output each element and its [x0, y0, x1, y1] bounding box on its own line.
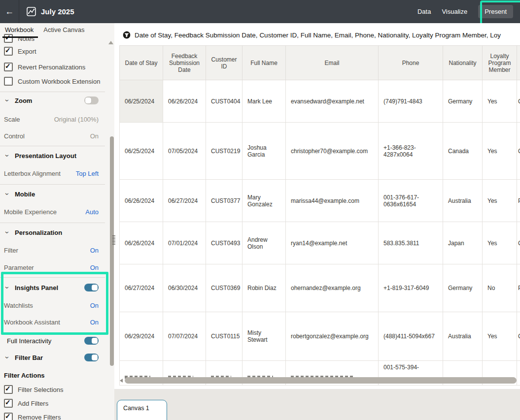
- custom-workbook-extension-checkbox[interactable]: [4, 77, 13, 86]
- notes-checkbox[interactable]: [4, 34, 13, 43]
- letterbox-alignment-value[interactable]: Top Left: [76, 170, 99, 177]
- tab-workbook[interactable]: Workbook: [5, 26, 34, 33]
- table-cell[interactable]: Canada: [443, 123, 483, 180]
- table-cell[interactable]: CUST0404: [206, 80, 243, 123]
- back-button[interactable]: ←: [0, 0, 19, 23]
- zoom-toggle[interactable]: [84, 97, 99, 104]
- table-cell[interactable]: G: [517, 123, 520, 180]
- table-cell[interactable]: 06/26/2024: [120, 222, 163, 264]
- sidebar-item-export[interactable]: Export: [4, 46, 36, 56]
- nav-data[interactable]: Data: [417, 8, 431, 15]
- nav-present-button[interactable]: Present: [478, 5, 513, 18]
- column-header[interactable]: Feedback Submission Date: [163, 46, 206, 80]
- table-cell[interactable]: Yes: [483, 312, 517, 361]
- table-cell[interactable]: ryan14@example.net: [286, 222, 379, 264]
- nav-visualize[interactable]: Visualize: [442, 8, 467, 15]
- remove-filters-checkbox[interactable]: [4, 413, 13, 420]
- chevron-down-icon[interactable]: ›: [3, 354, 11, 361]
- table-cell[interactable]: P: [517, 264, 520, 312]
- table-cell[interactable]: G: [517, 222, 520, 264]
- insights-panel-toggle[interactable]: [84, 284, 99, 291]
- table-cell[interactable]: marissa44@example.com: [286, 180, 379, 222]
- tab-active-canvas[interactable]: Active Canvas: [43, 26, 84, 33]
- table-cell[interactable]: 583.835.3811: [379, 222, 443, 264]
- table-cell[interactable]: Joshua Garcia: [243, 123, 286, 180]
- add-filters-checkbox[interactable]: [4, 399, 13, 408]
- filter-summary-bar[interactable]: Date of Stay, Feedback Submission Date, …: [123, 31, 520, 39]
- table-cell[interactable]: 07/05/2024: [163, 123, 206, 180]
- sidebar-item-filter-selections[interactable]: Filter Selections: [4, 385, 63, 394]
- table-cell[interactable]: 07/01/2024: [163, 222, 206, 264]
- table-cell[interactable]: CUST0115: [206, 312, 243, 361]
- filter-value[interactable]: On: [90, 247, 99, 254]
- table-cell[interactable]: P: [517, 180, 520, 222]
- parameter-value[interactable]: On: [90, 264, 99, 271]
- table-cell[interactable]: (749)791-4843: [379, 80, 443, 123]
- column-header[interactable]: Full Name: [243, 46, 286, 80]
- table-cell[interactable]: Yes: [483, 80, 517, 123]
- watchlists-value[interactable]: On: [90, 302, 99, 309]
- chevron-down-icon[interactable]: ›: [3, 229, 11, 236]
- sidebar-item-remove-filters[interactable]: Remove Filters: [4, 412, 61, 420]
- table-cell[interactable]: robertgonzalez@example.org: [286, 312, 379, 361]
- table-cell[interactable]: CUST0377: [206, 180, 243, 222]
- column-header[interactable]: Email: [286, 46, 379, 80]
- column-header[interactable]: Phone: [379, 46, 443, 80]
- scroll-up-arrow-icon[interactable]: [108, 41, 113, 44]
- column-header[interactable]: Nationality: [443, 46, 483, 80]
- table-cell[interactable]: Germany: [443, 264, 483, 312]
- revert-personalizations-checkbox[interactable]: [4, 63, 13, 71]
- table-cell[interactable]: 06/26/2024: [120, 180, 163, 222]
- table-cell[interactable]: Germany: [443, 80, 483, 123]
- table-cell[interactable]: 07/07/2024: [163, 312, 206, 361]
- table-cell[interactable]: 06/27/2024: [163, 180, 206, 222]
- sidebar-item-notes[interactable]: Notes: [4, 33, 35, 43]
- table-cell[interactable]: 06/27/2024: [120, 264, 163, 312]
- column-header[interactable]: Date of Stay: [120, 46, 163, 80]
- table-cell[interactable]: No: [483, 264, 517, 312]
- table-cell[interactable]: Andrew Olson: [243, 222, 286, 264]
- chevron-down-icon[interactable]: ›: [3, 191, 11, 197]
- table-cell[interactable]: CUST0219: [206, 123, 243, 180]
- table-cell[interactable]: Mark Lee: [243, 80, 286, 123]
- table-cell[interactable]: Japan: [443, 222, 483, 264]
- table-cell[interactable]: Yes: [483, 123, 517, 180]
- mobile-experience-value[interactable]: Auto: [85, 208, 99, 216]
- chevron-down-icon[interactable]: ›: [3, 97, 11, 104]
- table-cell[interactable]: CUST0369: [206, 264, 243, 312]
- control-value[interactable]: On: [90, 132, 99, 140]
- table-cell[interactable]: 06/30/2024: [163, 264, 206, 312]
- table-cell[interactable]: Australia: [443, 180, 483, 222]
- table-cell[interactable]: ohernandez@example.org: [286, 264, 379, 312]
- table-cell[interactable]: 06/25/2024: [120, 80, 163, 123]
- column-header[interactable]: Customer ID: [206, 46, 243, 80]
- table-cell[interactable]: (488)411-5094x667: [379, 312, 443, 361]
- sidebar-item-add-filters[interactable]: Add Filters: [4, 398, 48, 408]
- chevron-down-icon[interactable]: ›: [3, 152, 11, 159]
- table-cell[interactable]: Yes: [483, 222, 517, 264]
- table-cell[interactable]: 06/29/2024: [120, 312, 163, 361]
- sidebar-scrollbar[interactable]: [110, 136, 114, 366]
- chevron-down-icon[interactable]: ›: [3, 284, 11, 291]
- table-cell[interactable]: 001-376-617-0636x61654: [379, 180, 443, 222]
- sidebar-item-revert-personalizations[interactable]: Revert Personalizations: [4, 62, 85, 72]
- table-cell[interactable]: Mary Gonzalez: [243, 180, 286, 222]
- workbook-assistant-value[interactable]: On: [90, 319, 99, 326]
- panel-resize-handle[interactable]: [112, 235, 115, 245]
- column-header[interactable]: [517, 46, 520, 80]
- table-cell[interactable]: G: [517, 312, 520, 361]
- filter-bar-toggle[interactable]: [84, 354, 99, 361]
- filter-selections-checkbox[interactable]: [4, 385, 13, 394]
- table-cell[interactable]: CUST0493: [206, 222, 243, 264]
- table-cell[interactable]: evansedward@example.net: [286, 80, 379, 123]
- table-cell[interactable]: G: [517, 80, 520, 123]
- table-cell[interactable]: +1-819-317-6049: [379, 264, 443, 312]
- horizontal-scrollbar[interactable]: [125, 377, 517, 384]
- table-cell[interactable]: christopher70@example.com: [286, 123, 379, 180]
- export-checkbox[interactable]: [4, 47, 13, 56]
- table-cell[interactable]: 06/25/2024: [120, 123, 163, 180]
- tab-canvas-1[interactable]: Canvas 1: [117, 400, 167, 420]
- sidebar-item-custom-workbook-extension[interactable]: Custom Workbook Extension: [4, 76, 100, 86]
- table-cell[interactable]: +1-366-823-4287x0064: [379, 123, 443, 180]
- hscroll-left-arrow-icon[interactable]: [120, 379, 123, 383]
